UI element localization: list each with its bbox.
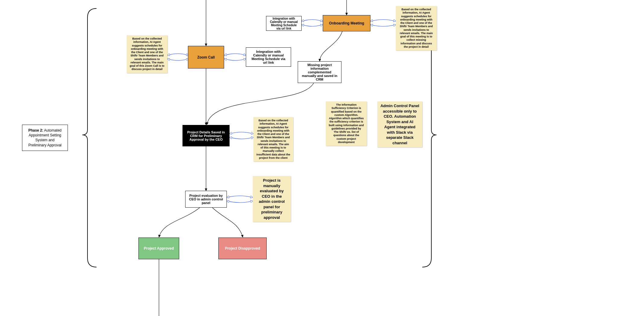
node-crm-saved: Project Details Saved in CRM for Prelimi… [182,125,230,146]
node-label: Project Disapproved [225,246,260,251]
node-label: Integration with Calendly or manual Meet… [269,17,298,30]
node-ceo-evaluation: Project evaluation by CEO in admin contr… [185,191,227,208]
node-label: Project Approved [144,246,174,251]
note-zoom: Based on the collected information, AI A… [127,35,167,73]
node-project-approved: Project Approved [138,238,179,259]
node-label: Project Details Saved in CRM for Prelimi… [186,130,227,141]
note-text: Based on the collected information, AI A… [130,37,164,71]
node-onboarding-meeting: Onboarding Meeting [323,15,370,31]
phase-label: Phase 2: Automated Appointment Setting S… [22,125,68,151]
node-label: Integration with Calendly or manual Meet… [249,50,288,64]
note-evaluation: Project is manually evaluated by CEO in … [253,176,291,222]
note-criterion: The Information Sufficiency Criterion is… [326,101,367,146]
connector-layer [0,0,644,316]
note-text: Admin Control Panel accessible only to C… [380,103,419,145]
node-zoom-call: Zoom Call [188,46,224,69]
node-label: Zoom Call [197,55,215,59]
node-label: Onboarding Meeting [329,21,364,25]
diagram-canvas: Phase 2: Automated Appointment Setting S… [0,0,644,316]
phase-text: Phase 2: Automated Appointment Setting S… [26,128,64,148]
note-text: The Information Sufficiency Criterion is… [329,103,364,144]
note-text: Project is manually evaluated by CEO in … [256,178,288,220]
node-calendly-right: Integration with Calendly or manual Meet… [266,16,302,31]
node-missing-info: Missing project information complemented… [298,61,341,83]
note-text: Based on the collected information, AI A… [256,119,290,160]
note-onboarding: Based on the collected information, AI A… [396,6,437,50]
node-project-disapproved: Project Disapproved [218,238,267,259]
node-label: Project evaluation by CEO in admin contr… [189,194,224,205]
node-label: Missing project information complemented… [301,63,338,81]
note-crm: Based on the collected information, AI A… [253,117,293,161]
note-text: Based on the collected information, AI A… [399,8,434,49]
note-admin-panel: Admin Control Panel accessible only to C… [377,101,422,147]
node-calendly-left: Integration with Calendly or manual Meet… [246,47,291,67]
